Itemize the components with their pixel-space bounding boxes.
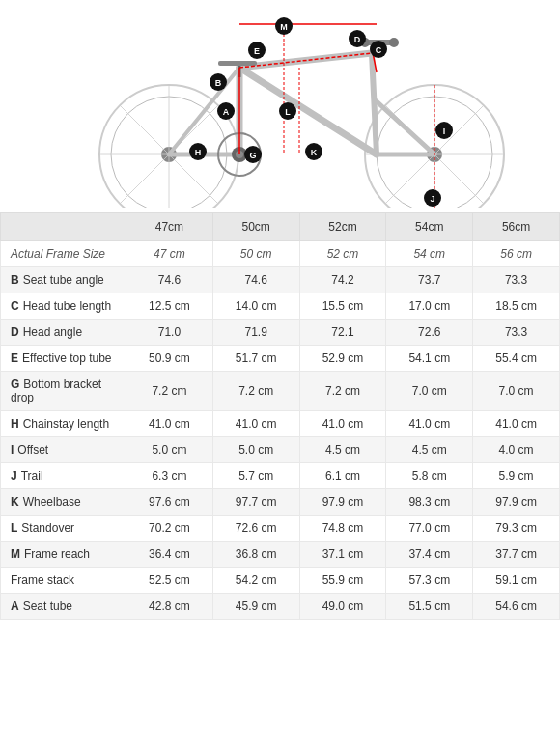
row-value: 51.5 cm (386, 594, 473, 620)
row-value: 5.8 cm (386, 463, 473, 489)
row-value: 54.1 cm (386, 346, 473, 372)
table-row: IOffset5.0 cm5.0 cm4.5 cm4.5 cm4.0 cm (1, 437, 560, 463)
svg-text:G: G (249, 151, 256, 160)
svg-text:H: H (195, 148, 202, 157)
row-label: GBottom bracket drop (1, 372, 126, 411)
row-label: KWheelbase (1, 489, 126, 516)
row-value: 77.0 cm (386, 516, 473, 542)
row-value: 74.8 cm (299, 516, 386, 542)
row-value: 72.6 (386, 320, 473, 346)
row-label: CHead tube length (1, 293, 126, 320)
row-value: 6.1 cm (299, 463, 386, 489)
table-row: KWheelbase97.6 cm97.7 cm97.9 cm98.3 cm97… (1, 489, 560, 516)
svg-text:K: K (311, 148, 318, 157)
bike-diagram: A B C D E G H I J K L M (0, 0, 560, 212)
row-value: 52 cm (299, 241, 386, 267)
row-value: 97.9 cm (473, 489, 560, 516)
row-value: 97.9 cm (299, 489, 386, 516)
table-row: HChainstay length41.0 cm41.0 cm41.0 cm41… (1, 411, 560, 437)
header-50: 50cm (212, 213, 299, 241)
table-row: MFrame reach36.4 cm36.8 cm37.1 cm37.4 cm… (1, 542, 560, 568)
row-value: 5.0 cm (126, 437, 213, 463)
table-row: JTrail6.3 cm5.7 cm6.1 cm5.8 cm5.9 cm (1, 463, 560, 489)
row-value: 5.9 cm (473, 463, 560, 489)
row-value: 37.1 cm (299, 542, 386, 568)
svg-text:E: E (254, 46, 260, 56)
row-value: 55.4 cm (473, 346, 560, 372)
row-value: 37.7 cm (473, 542, 560, 568)
row-value: 41.0 cm (299, 411, 386, 437)
row-label: MFrame reach (1, 542, 126, 568)
row-label: Actual Frame Size (1, 241, 126, 267)
row-value: 5.0 cm (212, 437, 299, 463)
row-value: 49.0 cm (299, 594, 386, 620)
row-value: 55.9 cm (299, 568, 386, 594)
row-value: 14.0 cm (212, 293, 299, 320)
row-value: 41.0 cm (212, 411, 299, 437)
row-value: 74.6 (126, 267, 213, 293)
header-54: 54cm (386, 213, 473, 241)
row-value: 4.5 cm (299, 437, 386, 463)
row-value: 50.9 cm (126, 346, 213, 372)
row-value: 72.6 cm (212, 516, 299, 542)
row-value: 36.8 cm (212, 542, 299, 568)
row-value: 5.7 cm (212, 463, 299, 489)
table-row: BSeat tube angle74.674.674.273.773.3 (1, 267, 560, 293)
row-label: BSeat tube angle (1, 267, 126, 293)
row-value: 15.5 cm (299, 293, 386, 320)
row-label: IOffset (1, 437, 126, 463)
row-value: 17.0 cm (386, 293, 473, 320)
row-value: 72.1 (299, 320, 386, 346)
row-value: 74.2 (299, 267, 386, 293)
svg-point-27 (389, 38, 399, 47)
row-value: 18.5 cm (473, 293, 560, 320)
row-value: 47 cm (126, 241, 213, 267)
row-value: 37.4 cm (386, 542, 473, 568)
table-row: Actual Frame Size47 cm50 cm52 cm54 cm56 … (1, 241, 560, 267)
row-value: 98.3 cm (386, 489, 473, 516)
row-value: 41.0 cm (473, 411, 560, 437)
header-52: 52cm (299, 213, 386, 241)
row-value: 74.6 (212, 267, 299, 293)
row-label: HChainstay length (1, 411, 126, 437)
row-value: 52.5 cm (126, 568, 213, 594)
row-label: JTrail (1, 463, 126, 489)
svg-text:M: M (280, 22, 288, 32)
svg-text:L: L (285, 107, 291, 117)
row-value: 6.3 cm (126, 463, 213, 489)
row-value: 54 cm (386, 241, 473, 267)
svg-text:J: J (430, 194, 434, 204)
header-label (1, 213, 126, 241)
header-56: 56cm (473, 213, 560, 241)
svg-text:C: C (376, 45, 382, 55)
row-value: 73.3 (473, 320, 560, 346)
row-value: 97.7 cm (212, 489, 299, 516)
row-label: ASeat tube (1, 594, 126, 620)
table-row: CHead tube length12.5 cm14.0 cm15.5 cm17… (1, 293, 560, 320)
geometry-table: 47cm 50cm 52cm 54cm 56cm Actual Frame Si… (0, 212, 560, 620)
row-label: LStandover (1, 516, 126, 542)
row-value: 42.8 cm (126, 594, 213, 620)
svg-text:D: D (354, 35, 361, 44)
table-row: EEffective top tube50.9 cm51.7 cm52.9 cm… (1, 346, 560, 372)
row-value: 7.2 cm (212, 372, 299, 411)
row-value: 41.0 cm (386, 411, 473, 437)
row-value: 41.0 cm (126, 411, 213, 437)
row-value: 52.9 cm (299, 346, 386, 372)
row-value: 97.6 cm (126, 489, 213, 516)
row-value: 71.0 (126, 320, 213, 346)
row-value: 57.3 cm (386, 568, 473, 594)
row-value: 73.7 (386, 267, 473, 293)
row-label: Frame stack (1, 568, 126, 594)
row-value: 7.2 cm (126, 372, 213, 411)
row-value: 56 cm (473, 241, 560, 267)
row-value: 70.2 cm (126, 516, 213, 542)
svg-text:A: A (223, 107, 230, 117)
row-value: 54.2 cm (212, 568, 299, 594)
row-value: 51.7 cm (212, 346, 299, 372)
svg-rect-23 (218, 61, 257, 66)
table-header-row: 47cm 50cm 52cm 54cm 56cm (1, 213, 560, 241)
table-row: Frame stack52.5 cm54.2 cm55.9 cm57.3 cm5… (1, 568, 560, 594)
table-row: ASeat tube42.8 cm45.9 cm49.0 cm51.5 cm54… (1, 594, 560, 620)
row-value: 50 cm (212, 241, 299, 267)
